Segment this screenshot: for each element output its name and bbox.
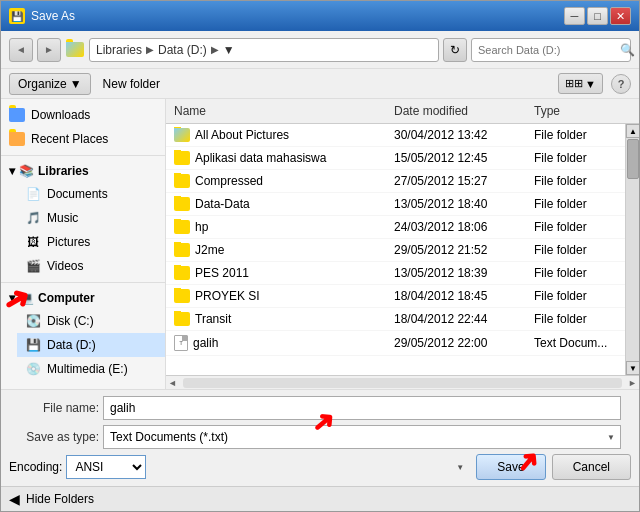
title-buttons: ─ □ ✕: [564, 7, 631, 25]
cancel-button[interactable]: Cancel: [552, 454, 631, 480]
scroll-up-button[interactable]: ▲: [626, 124, 639, 138]
help-button[interactable]: ?: [611, 74, 631, 94]
encoding-select[interactable]: ANSI UTF-8 Unicode: [66, 455, 146, 479]
view-button[interactable]: ⊞⊞ ▼: [558, 73, 603, 94]
sidebar-libraries-header[interactable]: ▾ 📚 Libraries: [1, 160, 165, 182]
hide-folders-arrow-icon: ◀: [9, 491, 20, 507]
view-arrow: ▼: [585, 78, 596, 90]
table-row[interactable]: hp 24/03/2012 18:06 File folder: [166, 216, 625, 239]
sidebar-item-pictures[interactable]: 🖼 Pictures: [17, 230, 165, 254]
folder-icon: [174, 197, 190, 211]
hscroll-left-btn[interactable]: ◄: [166, 378, 179, 388]
maximize-button[interactable]: □: [587, 7, 608, 25]
file-type-cell: File folder: [526, 219, 625, 235]
breadcrumb-sep1: ▶: [146, 44, 154, 55]
table-row[interactable]: Data-Data 13/05/2012 18:40 File folder: [166, 193, 625, 216]
file-type-cell: File folder: [526, 196, 625, 212]
hscroll-track[interactable]: [183, 378, 622, 388]
sidebar-computer-header[interactable]: ▾ 💻 Computer: [1, 287, 165, 309]
file-date-cell: 27/05/2012 15:27: [386, 173, 526, 189]
savetype-select[interactable]: Text Documents (*.txt): [103, 425, 621, 449]
videos-label: Videos: [47, 259, 83, 273]
sidebar-downloads-label: Downloads: [31, 108, 90, 122]
action-toolbar: Organize ▼ New folder ⊞⊞ ▼ ?: [1, 69, 639, 99]
table-row[interactable]: PES 2011 13/05/2012 18:39 File folder: [166, 262, 625, 285]
encoding-label: Encoding:: [9, 460, 62, 474]
search-input[interactable]: [478, 44, 616, 56]
new-folder-button[interactable]: New folder: [99, 74, 164, 94]
breadcrumb-computer[interactable]: Libraries: [96, 43, 142, 57]
table-row[interactable]: J2me 29/05/2012 21:52 File folder: [166, 239, 625, 262]
sidebar-group-libraries: ▾ 📚 Libraries 📄 Documents 🎵 Music 🖼: [1, 160, 165, 278]
file-date-cell: 24/03/2012 18:06: [386, 219, 526, 235]
filename-label: File name:: [9, 401, 99, 415]
file-list-area: Name Date modified Type All About Pictur…: [166, 99, 639, 389]
file-list-scroll-area: All About Pictures 30/04/2012 13:42 File…: [166, 124, 639, 375]
sidebar-item-recent[interactable]: Recent Places: [1, 127, 165, 151]
sidebar-group-computer: ▾ 💻 Computer 💽 Disk (C:) 💾 Data (D:) 💿: [1, 287, 165, 381]
disk-c-label: Disk (C:): [47, 314, 94, 328]
sidebar-item-videos[interactable]: 🎬 Videos: [17, 254, 165, 278]
sidebar-item-disk-d[interactable]: 💾 Data (D:): [17, 333, 165, 357]
txt-file-icon: T: [174, 335, 188, 351]
file-date-cell: 15/05/2012 12:45: [386, 150, 526, 166]
table-row[interactable]: Transit 18/04/2012 22:44 File folder: [166, 308, 625, 331]
scroll-down-button[interactable]: ▼: [626, 361, 639, 375]
title-bar: 💾 Save As ─ □ ✕: [1, 1, 639, 31]
breadcrumb-dropdown[interactable]: ▼: [223, 43, 235, 57]
sidebar-item-music[interactable]: 🎵 Music: [17, 206, 165, 230]
scroll-track[interactable]: [626, 138, 639, 361]
back-button[interactable]: ◄: [9, 38, 33, 62]
savetype-wrapper: Text Documents (*.txt): [103, 425, 621, 449]
table-row[interactable]: All About Pictures 30/04/2012 13:42 File…: [166, 124, 625, 147]
file-type-cell: File folder: [526, 173, 625, 189]
file-name-cell: PES 2011: [166, 265, 386, 281]
sidebar-item-disk-e[interactable]: 💿 Multimedia (E:): [17, 357, 165, 381]
hide-folders-button[interactable]: Hide Folders: [26, 492, 94, 506]
computer-items: 💽 Disk (C:) 💾 Data (D:) 💿 Multimedia (E:…: [1, 309, 165, 381]
filename-row: File name:: [9, 396, 631, 420]
organize-button[interactable]: Organize ▼: [9, 73, 91, 95]
file-date-cell: 18/04/2012 18:45: [386, 288, 526, 304]
action-buttons-row: Encoding: ANSI UTF-8 Unicode Save Cancel: [9, 454, 631, 480]
search-icon: 🔍: [620, 43, 635, 57]
hscroll-right-btn[interactable]: ►: [626, 378, 639, 388]
sidebar-item-documents[interactable]: 📄 Documents: [17, 182, 165, 206]
close-button[interactable]: ✕: [610, 7, 631, 25]
file-date-cell: 29/05/2012 22:00: [386, 335, 526, 351]
folder-icon: [174, 128, 190, 142]
file-name-cell: Transit: [166, 311, 386, 327]
breadcrumb-bar[interactable]: Libraries ▶ Data (D:) ▶ ▼: [89, 38, 439, 62]
refresh-button[interactable]: ↻: [443, 38, 467, 62]
forward-button[interactable]: ►: [37, 38, 61, 62]
file-list: All About Pictures 30/04/2012 13:42 File…: [166, 124, 625, 375]
table-row[interactable]: T galih 29/05/2012 22:00 Text Docum...: [166, 331, 625, 356]
disk-e-icon: 💿: [25, 361, 41, 377]
view-icon: ⊞⊞: [565, 77, 583, 90]
scroll-thumb[interactable]: [627, 139, 639, 179]
sidebar-item-disk-c[interactable]: 💽 Disk (C:): [17, 309, 165, 333]
file-name-cell: hp: [166, 219, 386, 235]
minimize-button[interactable]: ─: [564, 7, 585, 25]
filename-input[interactable]: [103, 396, 621, 420]
sidebar-item-downloads[interactable]: Downloads: [1, 103, 165, 127]
address-toolbar: ◄ ► Libraries ▶ Data (D:) ▶ ▼ ↻ 🔍: [1, 31, 639, 69]
location-folder-icon: [65, 40, 85, 60]
computer-icon: 💻: [19, 291, 34, 305]
table-row[interactable]: Aplikasi data mahasiswa 15/05/2012 12:45…: [166, 147, 625, 170]
breadcrumb-drive[interactable]: Data (D:): [158, 43, 207, 57]
table-row[interactable]: PROYEK SI 18/04/2012 18:45 File folder: [166, 285, 625, 308]
videos-icon: 🎬: [25, 258, 41, 274]
col-header-type[interactable]: Type: [526, 102, 639, 120]
file-date-cell: 29/05/2012 21:52: [386, 242, 526, 258]
vertical-scrollbar[interactable]: ▲ ▼: [625, 124, 639, 375]
col-header-date[interactable]: Date modified: [386, 102, 526, 120]
file-type-cell: File folder: [526, 311, 625, 327]
music-label: Music: [47, 211, 78, 225]
col-header-name[interactable]: Name: [166, 102, 386, 120]
horizontal-scrollbar[interactable]: ◄ ►: [166, 375, 639, 389]
table-row[interactable]: Compressed 27/05/2012 15:27 File folder: [166, 170, 625, 193]
file-name: Compressed: [195, 174, 263, 188]
sidebar-divider-1: [1, 155, 165, 156]
save-button[interactable]: Save: [476, 454, 545, 480]
